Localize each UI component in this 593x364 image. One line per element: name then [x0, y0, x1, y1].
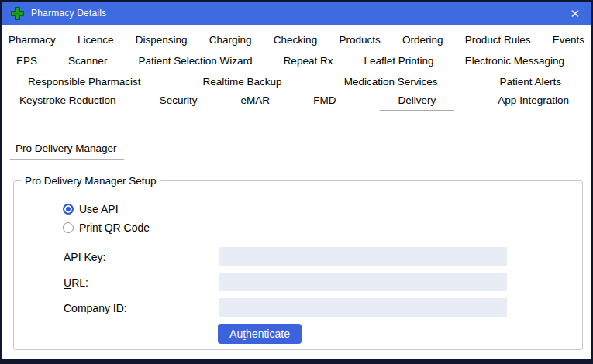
titlebar: Pharmacy Details ✕ — [2, 2, 591, 25]
tab-ordering[interactable]: Ordering — [402, 31, 443, 46]
tab-realtime-backup[interactable]: Realtime Backup — [203, 73, 282, 88]
tab-events[interactable]: Events — [553, 31, 584, 46]
authenticate-label-suffix: henticate — [246, 328, 290, 340]
api-key-input[interactable] — [219, 247, 507, 266]
tab-dispensing[interactable]: Dispensing — [136, 31, 188, 46]
company-id-label-suffix: D: — [116, 302, 127, 314]
company-id-input[interactable] — [219, 298, 507, 317]
url-label: URL: — [64, 276, 88, 289]
tab-row-2: EPS Scanner Patient Selection Wizard Rep… — [2, 49, 591, 70]
tab-medication-services[interactable]: Medication Services — [344, 73, 438, 88]
authenticate-label-prefix: Au — [229, 328, 243, 340]
print-qr-code-radio[interactable] — [63, 222, 74, 233]
groupbox-legend: Pro Delivery Manager Setup — [21, 174, 160, 187]
tab-repeat-rx[interactable]: Repeat Rx — [284, 52, 333, 67]
tab-electronic-messaging[interactable]: Electronic Messaging — [465, 52, 564, 67]
pharmacy-cross-icon — [10, 6, 25, 21]
tab-eps[interactable]: EPS — [16, 52, 37, 67]
tab-scanner[interactable]: Scanner — [68, 52, 107, 67]
close-icon[interactable]: ✕ — [570, 8, 580, 19]
use-api-radio[interactable] — [63, 204, 74, 215]
api-key-label: API Key: — [64, 251, 106, 263]
print-qr-code-option[interactable]: Print QR Code — [63, 221, 150, 234]
subtab-strip: Pro Delivery Manager — [2, 143, 591, 160]
tab-row-3: Responsible Pharmacist Realtime Backup M… — [2, 70, 591, 91]
tab-patient-selection-wizard[interactable]: Patient Selection Wizard — [138, 52, 252, 67]
api-key-label-prefix: API — [64, 251, 84, 263]
tab-emar[interactable]: eMAR — [241, 91, 271, 106]
api-key-label-accel: K — [84, 251, 91, 263]
tab-row-1: Pharmacy Licence Dispensing Charging Che… — [2, 28, 591, 49]
use-api-option[interactable]: Use API — [63, 203, 119, 215]
company-id-label-prefix: Company — [64, 302, 113, 314]
tab-row-4: Keystroke Reduction Security eMAR FMD De… — [2, 91, 591, 114]
tab-fmd[interactable]: FMD — [313, 91, 336, 106]
authenticate-button[interactable]: Authenticate — [218, 324, 302, 344]
use-api-label: Use API — [79, 203, 119, 215]
subtab-pro-delivery-manager[interactable]: Pro Delivery Manager — [10, 143, 124, 160]
url-label-accel: U — [64, 276, 71, 289]
tab-charging[interactable]: Charging — [209, 31, 252, 46]
tab-app-integration[interactable]: App Integration — [498, 91, 569, 106]
tab-patient-alerts[interactable]: Patient Alerts — [499, 73, 561, 88]
tab-products[interactable]: Products — [339, 31, 380, 46]
tab-strip: Pharmacy Licence Dispensing Charging Che… — [2, 25, 591, 114]
tab-leaflet-printing[interactable]: Leaflet Printing — [364, 52, 434, 67]
tab-security[interactable]: Security — [160, 91, 198, 106]
company-id-label: Company ID: — [64, 302, 127, 314]
url-label-suffix: RL: — [71, 276, 88, 289]
print-qr-code-label: Print QR Code — [79, 221, 150, 234]
tab-pharmacy[interactable]: Pharmacy — [9, 31, 56, 46]
tab-responsible-pharmacist[interactable]: Responsible Pharmacist — [28, 73, 141, 88]
url-input[interactable] — [219, 273, 507, 291]
tab-licence[interactable]: Licence — [78, 31, 114, 46]
pro-delivery-manager-setup-group: Pro Delivery Manager Setup Use API Print… — [13, 180, 583, 350]
pharmacy-details-window: Pharmacy Details ✕ Pharmacy Licence Disp… — [0, 0, 593, 364]
tab-checking[interactable]: Checking — [274, 31, 317, 46]
tab-product-rules[interactable]: Product Rules — [465, 31, 531, 46]
tab-keystroke-reduction[interactable]: Keystroke Reduction — [19, 91, 116, 106]
window-title: Pharmacy Details — [31, 8, 106, 19]
api-key-label-suffix: ey: — [91, 251, 106, 263]
tab-delivery[interactable]: Delivery — [380, 91, 455, 111]
